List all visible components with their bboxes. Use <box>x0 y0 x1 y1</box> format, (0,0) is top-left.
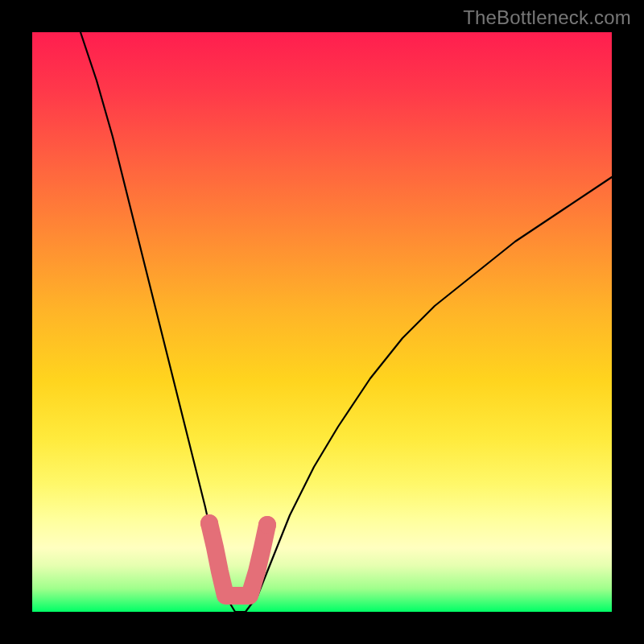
valley-highlight-cap <box>200 514 218 532</box>
curve-svg <box>32 32 612 612</box>
bottleneck-curve <box>80 32 612 612</box>
watermark-text: TheBottleneck.com <box>463 6 631 29</box>
valley-highlight-cap <box>258 516 276 534</box>
plot-area <box>32 32 612 612</box>
chart-frame: TheBottleneck.com <box>0 0 644 644</box>
valley-highlight <box>200 514 276 596</box>
valley-highlight-stroke <box>209 523 267 596</box>
